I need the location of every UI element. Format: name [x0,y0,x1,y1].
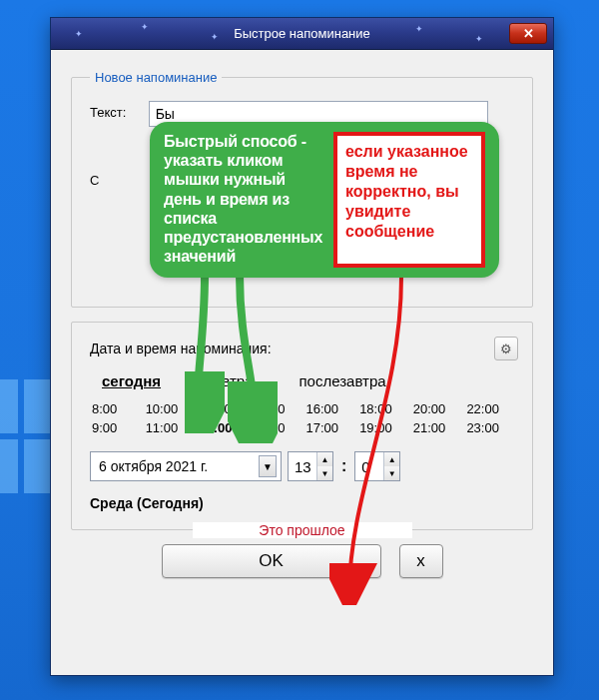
order-label: С [90,169,145,188]
time-option[interactable]: 20:00 [413,401,459,416]
day-tab-today[interactable]: сегодня [102,372,161,389]
hour-value: 13 [289,458,316,475]
close-icon: ✕ [523,26,534,41]
time-option[interactable]: 19:00 [359,420,405,435]
gear-icon: ⚙ [500,342,512,356]
time-option[interactable]: 10:00 [146,401,192,416]
day-tabs: сегодня завтра послезавтра [102,372,504,389]
datetime-label: Дата и время напоминания: [90,341,514,356]
minute-up-button[interactable]: ▲ [383,452,399,466]
error-message: Это прошлое [193,522,412,538]
close-button[interactable]: ✕ [509,23,547,44]
tutorial-text-green: Быстрый способ - указать кликом мышки ну… [164,132,323,268]
text-label: Текст: [90,101,145,120]
time-option[interactable]: 21:00 [413,420,459,435]
minute-spinner[interactable]: 0 ▲ ▼ [354,451,400,481]
group-legend: Новое напоминание [90,70,222,85]
minute-down-button[interactable]: ▼ [383,466,399,480]
sparkle-icon: ✦ [75,29,83,39]
dialog-window: ✦ ✦ ✦ ✦ ✦ Быстрое напоминание ✕ Новое на… [50,17,554,676]
sparkle-icon: ✦ [475,34,483,44]
date-picker[interactable]: 6 октября 2021 г. ▼ [90,451,282,481]
time-option[interactable]: 9:00 [92,420,138,435]
ok-button[interactable]: OK [162,544,381,578]
time-option[interactable]: 23:00 [466,420,512,435]
day-tab-tomorrow[interactable]: завтра [207,372,253,389]
date-value: 6 октября 2021 г. [99,458,208,474]
day-tab-day-after[interactable]: послезавтра [299,372,385,389]
window-title: Быстрое напоминание [234,26,370,41]
time-option[interactable]: 15:00 [253,420,299,435]
sparkle-icon: ✦ [415,24,423,34]
tutorial-callout: Быстрый способ - указать кликом мышки ну… [150,122,499,278]
time-option[interactable]: 11:00 [146,420,192,435]
settings-button[interactable]: ⚙ [494,337,518,360]
sparkle-icon: ✦ [211,32,219,42]
time-colon: : [339,457,348,475]
minute-value: 0 [355,458,383,475]
time-option[interactable]: 14:00 [253,401,299,416]
time-option[interactable]: 22:00 [466,401,512,416]
tutorial-text-red: если указанное время не корректно, вы ув… [333,132,485,268]
time-option[interactable]: 8:00 [92,401,138,416]
dialog-buttons: Это прошлое OK x [71,544,533,578]
titlebar[interactable]: ✦ ✦ ✦ ✦ ✦ Быстрое напоминание ✕ [51,18,553,50]
sparkle-icon: ✦ [141,22,149,32]
day-readout: Среда (Сегодня) [90,495,514,511]
chevron-down-icon[interactable]: ▼ [259,455,277,477]
cancel-button-label: x [416,551,425,571]
time-option[interactable]: 12:00 [199,401,245,416]
time-grid: 8:00 10:00 12:00 14:00 16:00 18:00 20:00… [92,401,512,435]
datetime-group: Дата и время напоминания: ⚙ сегодня завт… [71,322,533,530]
ok-button-label: OK [259,551,284,571]
time-option-selected[interactable]: 13:00 [199,420,245,435]
time-option[interactable]: 17:00 [306,420,352,435]
cancel-button[interactable]: x [399,544,443,578]
hour-up-button[interactable]: ▲ [316,452,332,466]
time-option[interactable]: 16:00 [306,401,352,416]
time-option[interactable]: 18:00 [359,401,405,416]
hour-down-button[interactable]: ▼ [316,466,332,480]
hour-spinner[interactable]: 13 ▲ ▼ [288,451,333,481]
